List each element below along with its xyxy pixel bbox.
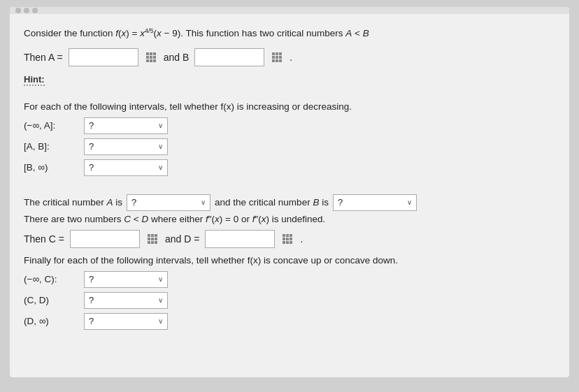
critical-b-dropdown[interactable]: ? ∨: [333, 194, 417, 211]
svg-rect-9: [272, 52, 275, 55]
svg-rect-16: [276, 59, 278, 62]
critical-a-row: The critical number A is ? ∨ and the cri…: [24, 194, 555, 211]
critical-a-prefix: The critical number A is: [24, 197, 122, 208]
svg-rect-8: [153, 59, 156, 62]
grid-icon-d[interactable]: [280, 232, 294, 246]
interval-label-2: [B, ∞): [24, 162, 80, 173]
svg-rect-31: [286, 238, 289, 240]
svg-rect-28: [286, 234, 289, 237]
interval-label-0: (−∞, A]:: [24, 120, 80, 131]
period-1: .: [290, 52, 292, 63]
critical-b-prefix: and the critical number B is: [215, 197, 329, 208]
svg-rect-19: [151, 234, 154, 237]
main-card: Consider the function f(x) = x4/5(x − 9)…: [10, 7, 569, 377]
intro-span: Consider the function f(x) = x4/5(x − 9)…: [24, 28, 369, 38]
critical-a-value: ?: [131, 197, 136, 208]
svg-rect-0: [146, 52, 149, 55]
grid-icon-c[interactable]: [145, 232, 159, 246]
svg-rect-7: [150, 59, 152, 62]
concavity-value-1: ?: [89, 295, 94, 305]
interval-value-0: ?: [89, 120, 94, 131]
chevron-down-icon-cb: ∨: [407, 198, 412, 206]
interval-value-1: ?: [89, 141, 94, 152]
chevron-down-icon-1: ∨: [158, 143, 163, 150]
concavity-value-2: ?: [89, 316, 94, 326]
concavity-text: Finally for each of the following interv…: [24, 255, 555, 266]
concavity-dropdown-2[interactable]: ? ∨: [84, 313, 168, 330]
interval-dropdown-1[interactable]: ? ∨: [84, 138, 168, 155]
concavity-row-1: (C, D) ? ∨: [24, 292, 555, 309]
svg-rect-17: [279, 59, 282, 62]
svg-rect-25: [151, 241, 154, 244]
grid-icon-a[interactable]: [144, 50, 158, 64]
svg-rect-29: [290, 234, 292, 237]
critical-a-dropdown[interactable]: ? ∨: [127, 194, 210, 211]
interval-row-0: (−∞, A]: ? ∨: [24, 117, 555, 134]
concavity-label-2: (D, ∞): [24, 316, 80, 326]
svg-rect-1: [150, 52, 152, 55]
critical-b-value: ?: [338, 197, 343, 208]
interval-value-2: ?: [89, 162, 94, 173]
concavity-row-2: (D, ∞) ? ∨: [24, 313, 555, 330]
svg-rect-12: [272, 56, 275, 59]
then-a-row: Then A = and B: [24, 48, 555, 66]
chevron-down-icon-cc2: ∨: [158, 317, 163, 325]
chevron-down-icon-ca: ∨: [201, 198, 206, 206]
header-dot-1: [15, 8, 21, 13]
svg-rect-14: [279, 56, 282, 59]
svg-rect-27: [283, 234, 285, 237]
concavity-label-0: (−∞, C):: [24, 274, 80, 284]
svg-rect-3: [146, 56, 149, 59]
svg-rect-24: [148, 241, 150, 244]
input-b[interactable]: [194, 48, 264, 66]
concavity-value-0: ?: [89, 274, 94, 284]
grid-icon-b[interactable]: [270, 50, 284, 64]
svg-rect-13: [276, 56, 278, 59]
interval-row-2: [B, ∞) ? ∨: [24, 159, 555, 176]
and-d-label: and D =: [165, 233, 199, 245]
svg-rect-4: [150, 56, 152, 59]
then-c-label: Then C =: [24, 233, 64, 245]
svg-rect-11: [279, 52, 282, 55]
chevron-down-icon-2: ∨: [158, 164, 163, 171]
interval-row-1: [A, B]: ? ∨: [24, 138, 555, 155]
header-dot-2: [24, 8, 29, 13]
input-a[interactable]: [69, 48, 138, 66]
input-c[interactable]: [70, 230, 140, 248]
svg-rect-10: [276, 52, 278, 55]
svg-rect-22: [151, 238, 154, 240]
chevron-down-icon-cc1: ∨: [158, 296, 163, 304]
content-area: Consider the function f(x) = x4/5(x − 9)…: [24, 27, 555, 330]
svg-rect-33: [283, 241, 285, 244]
svg-rect-2: [153, 52, 156, 55]
svg-rect-34: [286, 241, 289, 244]
concavity-dropdown-1[interactable]: ? ∨: [84, 292, 168, 309]
intro-text: Consider the function f(x) = x4/5(x − 9)…: [24, 27, 555, 38]
hint-label[interactable]: Hint:: [24, 74, 45, 86]
svg-rect-32: [290, 238, 292, 240]
svg-rect-23: [155, 238, 157, 240]
svg-rect-30: [283, 238, 285, 240]
and-b-label: and B: [164, 52, 190, 63]
interval-label-1: [A, B]:: [24, 141, 80, 152]
exponent: 4/5: [145, 27, 154, 34]
svg-rect-20: [155, 234, 157, 237]
header-bar: [10, 7, 569, 14]
concavity-dropdown-0[interactable]: ? ∨: [84, 271, 168, 288]
interval-dropdown-2[interactable]: ? ∨: [84, 159, 168, 176]
concavity-row-0: (−∞, C): ? ∨: [24, 271, 555, 288]
svg-rect-18: [148, 234, 150, 237]
interval-dropdown-0[interactable]: ? ∨: [84, 117, 168, 134]
inflection-text: There are two numbers C < D where either…: [24, 214, 555, 224]
chevron-down-icon-0: ∨: [158, 122, 163, 129]
svg-rect-5: [153, 56, 156, 59]
header-dot-3: [32, 8, 38, 13]
chevron-down-icon-cc0: ∨: [158, 275, 163, 283]
then-c-row: Then C = and D =: [24, 230, 555, 248]
intervals-intro-text: For each of the following intervals, tel…: [24, 101, 555, 112]
svg-rect-21: [148, 238, 150, 240]
period-2: .: [300, 233, 303, 245]
input-d[interactable]: [205, 230, 275, 248]
svg-rect-26: [155, 241, 157, 244]
concavity-label-1: (C, D): [24, 295, 80, 305]
